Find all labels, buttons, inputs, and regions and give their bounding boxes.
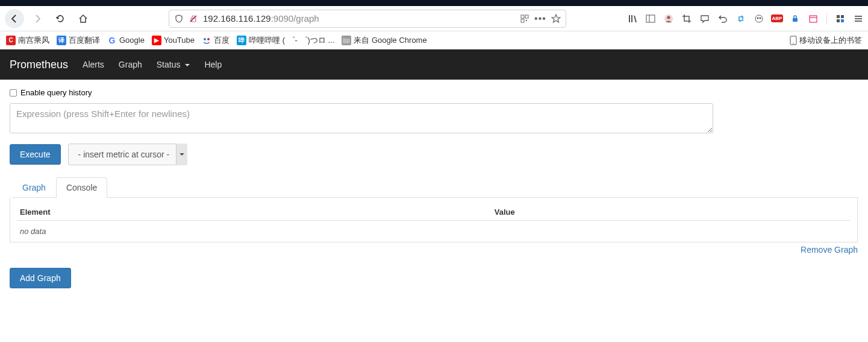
owl-icon[interactable] <box>754 14 764 24</box>
page-content: Enable query history Execute - insert me… <box>0 80 868 297</box>
bookmark-item[interactable]: C南宫乘风 <box>6 35 49 46</box>
nav-status[interactable]: Status <box>157 60 190 69</box>
enable-history-checkbox[interactable]: Enable query history <box>10 88 858 97</box>
tab-graph[interactable]: Graph <box>12 177 56 197</box>
nav-alerts[interactable]: Alerts <box>83 60 104 69</box>
home-button[interactable] <box>73 9 93 28</box>
execute-button[interactable]: Execute <box>10 144 61 165</box>
remove-graph-link[interactable]: Remove Graph <box>10 245 858 255</box>
svg-rect-21 <box>837 19 840 22</box>
brand[interactable]: Prometheus <box>10 59 68 71</box>
bookmark-item[interactable]: GGoogle <box>107 36 145 45</box>
bookmark-item[interactable]: ▶YouTube <box>152 36 195 45</box>
no-data-cell: no data <box>17 221 850 239</box>
svg-point-27 <box>207 38 210 40</box>
tab-console[interactable]: Console <box>56 177 107 198</box>
qr-icon[interactable] <box>520 14 529 24</box>
abp-icon[interactable]: ABP <box>772 14 782 24</box>
lock-icon[interactable] <box>790 14 800 24</box>
col-value: Value <box>492 204 850 221</box>
console-table: Element Value no data <box>17 204 850 238</box>
bookmark-item[interactable]: 哔哔哩哔哩 ( ゜- ゜)つロ ... <box>237 35 334 46</box>
sidebar-icon[interactable] <box>646 14 655 24</box>
nav-help[interactable]: Help <box>204 60 222 69</box>
svg-rect-2 <box>521 15 524 18</box>
svg-rect-9 <box>646 15 655 22</box>
svg-rect-20 <box>841 15 844 18</box>
table-row: no data <box>17 221 850 239</box>
svg-rect-16 <box>793 18 798 22</box>
undo-icon[interactable] <box>718 14 728 24</box>
svg-point-29 <box>793 43 794 44</box>
reload-button[interactable] <box>51 9 70 28</box>
avatar-icon[interactable] <box>664 14 673 24</box>
nav-graph[interactable]: Graph <box>119 60 142 69</box>
enable-history-label: Enable query history <box>20 88 92 97</box>
svg-point-26 <box>204 38 206 40</box>
forward-button[interactable] <box>28 9 47 28</box>
calendar-icon[interactable] <box>808 14 818 24</box>
svg-point-15 <box>760 17 761 19</box>
svg-rect-3 <box>525 15 528 18</box>
caret-down-icon <box>185 64 190 66</box>
bookmarks-bar: C南宫乘风 译百度翻译 GGoogle ▶YouTube 百度 哔哔哩哔哩 ( … <box>0 31 868 49</box>
svg-point-14 <box>757 17 759 19</box>
shield-icon <box>174 14 184 24</box>
svg-point-12 <box>667 16 670 19</box>
svg-rect-5 <box>526 20 527 21</box>
retweet-icon[interactable] <box>736 14 746 24</box>
gift-icon[interactable] <box>835 14 845 24</box>
svg-line-8 <box>634 16 636 22</box>
url-text: 192.168.116.129:9090/graph <box>203 13 515 24</box>
chat-icon[interactable] <box>700 14 710 24</box>
expression-input[interactable] <box>10 103 713 133</box>
bookmark-item[interactable]: 百度 <box>202 35 229 46</box>
col-element: Element <box>17 204 492 221</box>
svg-rect-17 <box>810 16 817 22</box>
bookmark-folder[interactable]: 来自 Google Chrome <box>342 35 426 46</box>
svg-point-13 <box>755 15 763 22</box>
crop-icon[interactable] <box>682 14 692 24</box>
console-panel: Element Value no data <box>10 198 858 242</box>
prometheus-navbar: Prometheus Alerts Graph Status Help <box>0 49 868 80</box>
more-actions-icon[interactable]: ••• <box>535 14 545 24</box>
checkbox-icon <box>10 89 17 97</box>
bookmark-item[interactable]: 译百度翻译 <box>57 35 100 46</box>
menu-icon[interactable] <box>854 14 863 24</box>
lock-insecure-icon <box>189 14 198 24</box>
metric-select[interactable]: - insert metric at cursor - <box>68 144 187 165</box>
back-button[interactable] <box>5 9 24 28</box>
address-bar[interactable]: 192.168.116.129:9090/graph ••• <box>169 10 566 28</box>
library-icon[interactable] <box>628 14 637 24</box>
add-graph-button[interactable]: Add Graph <box>10 268 71 288</box>
svg-rect-19 <box>837 15 840 18</box>
browser-toolbar: 192.168.116.129:9090/graph ••• ABP <box>0 6 868 31</box>
bookmark-star-icon[interactable] <box>551 14 561 24</box>
svg-rect-22 <box>841 19 844 22</box>
browser-tabs-strip <box>0 0 868 6</box>
mobile-bookmarks[interactable]: 移动设备上的书签 <box>790 35 862 46</box>
result-tabs: Graph Console <box>12 177 858 198</box>
separator <box>826 13 827 25</box>
svg-rect-4 <box>521 19 524 22</box>
